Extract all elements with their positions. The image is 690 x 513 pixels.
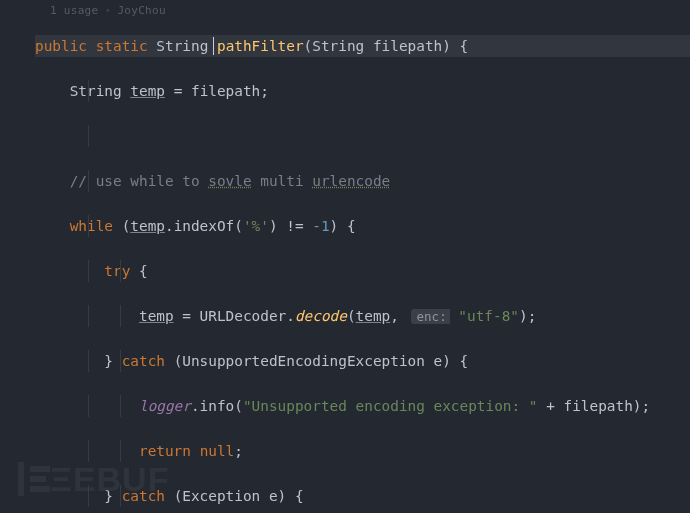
- text-caret: [213, 37, 214, 55]
- code-editor[interactable]: public static String pathFilter(String f…: [35, 12, 690, 513]
- svg-rect-0: [18, 462, 24, 496]
- code-line[interactable]: String temp = filepath;: [35, 80, 690, 103]
- parameter-hint: enc:: [411, 309, 450, 324]
- code-line[interactable]: public static String pathFilter(String f…: [35, 35, 690, 58]
- code-line[interactable]: temp = URLDecoder.decode(temp, enc: "utf…: [35, 305, 690, 328]
- code-line[interactable]: } catch (Exception e) {: [35, 485, 690, 508]
- code-line[interactable]: logger.info("Unsupported encoding except…: [35, 395, 690, 418]
- code-line[interactable]: } catch (UnsupportedEncodingException e)…: [35, 350, 690, 373]
- code-line[interactable]: try {: [35, 260, 690, 283]
- code-line[interactable]: while (temp.indexOf('%') != -1) {: [35, 215, 690, 238]
- code-line[interactable]: // use while to sovle multi urlencode: [35, 170, 690, 193]
- code-line[interactable]: [35, 125, 690, 148]
- code-line[interactable]: return null;: [35, 440, 690, 463]
